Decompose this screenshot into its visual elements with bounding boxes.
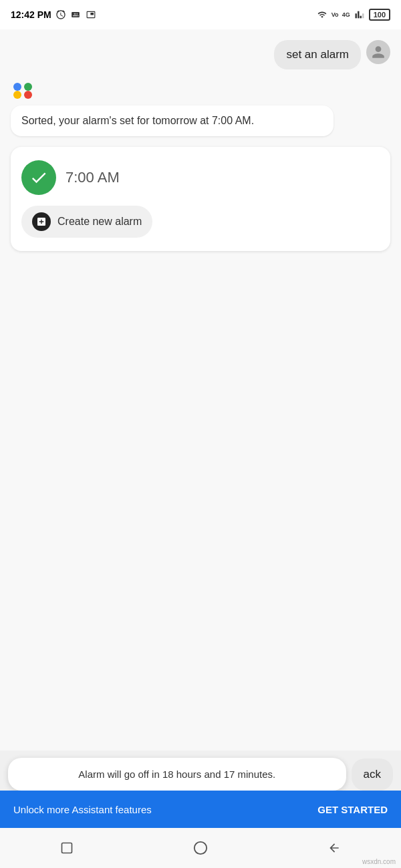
recents-icon <box>60 841 74 855</box>
ack-bubble[interactable]: ack <box>352 758 393 791</box>
alarm-time: 7:00 AM <box>65 169 120 186</box>
chat-area: set an alarm Sorted, your alarm's set fo… <box>0 29 401 750</box>
status-right: Vo 4G 100 <box>316 9 390 21</box>
bottom-notification-area: Alarm will go off in 18 hours and 17 min… <box>0 758 401 791</box>
create-alarm-button[interactable]: Create new alarm <box>21 206 152 238</box>
user-message-row: set an alarm <box>11 40 390 69</box>
svg-point-11 <box>194 842 207 854</box>
home-icon <box>193 841 208 855</box>
alarm-check-icon <box>21 160 56 195</box>
nav-bar <box>0 828 401 868</box>
user-avatar <box>366 40 390 64</box>
battery-indicator: 100 <box>369 9 390 21</box>
get-started-button[interactable]: GET STARTED <box>317 804 388 815</box>
recents-button[interactable] <box>53 835 80 861</box>
svg-point-3 <box>24 91 32 99</box>
ack-label: ack <box>364 768 381 781</box>
person-icon <box>371 45 386 59</box>
signal-icon <box>354 10 366 19</box>
alarm-tooltip: Alarm will go off in 18 hours and 17 min… <box>8 758 346 791</box>
home-button[interactable] <box>187 835 214 861</box>
checkmark-icon <box>29 168 48 187</box>
plus-icon <box>36 216 47 227</box>
4g-icon: 4G <box>342 11 350 18</box>
volte-icon: Vo <box>331 11 339 18</box>
user-bubble: set an alarm <box>274 40 361 69</box>
alarm-card: 7:00 AM Create new alarm <box>11 147 390 251</box>
svg-point-2 <box>13 91 21 99</box>
watermark: wsxdn.com <box>362 858 396 865</box>
assistant-response-text: Sorted, your alarm's set for tomorrow at… <box>21 115 254 126</box>
keyboard-icon <box>70 10 81 19</box>
alarm-plus-icon <box>32 212 51 231</box>
svg-point-1 <box>24 83 32 91</box>
assistant-bubble: Sorted, your alarm's set for tomorrow at… <box>11 105 333 136</box>
unlock-text: Unlock more Assistant features <box>13 804 152 815</box>
status-bar: 12:42 PM Vo 4G 100 <box>0 0 401 29</box>
alarm-notification-text: Alarm will go off in 18 hours and 17 min… <box>78 769 275 780</box>
assistant-logo <box>11 77 390 101</box>
alarm-icon <box>55 9 66 20</box>
google-dots-icon <box>11 77 35 101</box>
status-left: 12:42 PM <box>11 9 97 20</box>
pip-icon <box>85 10 97 19</box>
alarm-time-row: 7:00 AM <box>21 160 380 195</box>
svg-rect-10 <box>62 843 72 853</box>
create-alarm-label: Create new alarm <box>57 216 142 228</box>
svg-point-0 <box>13 83 21 91</box>
unlock-banner[interactable]: Unlock more Assistant features GET START… <box>0 791 401 828</box>
wifi-icon <box>316 10 328 19</box>
back-icon <box>327 841 341 855</box>
status-time: 12:42 PM <box>11 9 51 20</box>
back-button[interactable] <box>321 835 348 861</box>
user-message-text: set an alarm <box>286 48 349 61</box>
